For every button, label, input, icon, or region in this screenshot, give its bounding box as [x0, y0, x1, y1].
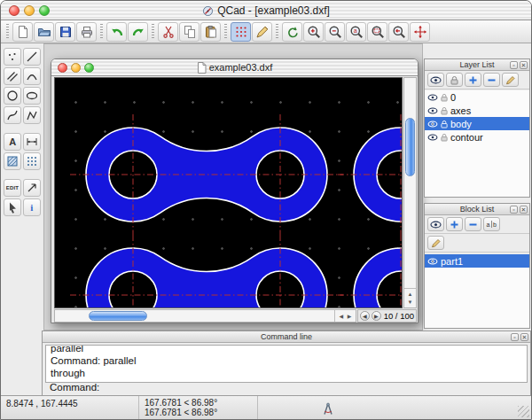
print-button[interactable] [76, 22, 97, 42]
block-list-toolbar-row2 [425, 234, 529, 253]
zoom-out-button[interactable] [325, 22, 345, 42]
zoom-window-button[interactable] [367, 22, 387, 42]
edit-block-button[interactable] [427, 236, 444, 250]
info-icon: i [26, 201, 38, 214]
window-resize-grip[interactable] [518, 406, 529, 417]
svg-text:a: a [353, 27, 356, 34]
splines-tool-button[interactable] [4, 106, 21, 124]
zoom-auto-button[interactable]: a [346, 22, 366, 42]
lock-icon[interactable] [441, 93, 448, 102]
vertical-scrollbar[interactable]: ▲ ▼ [403, 77, 417, 308]
scroll-right-arrow[interactable]: ▶ [348, 313, 352, 319]
next-page-button[interactable]: ▶ [372, 311, 381, 321]
toolbar-grip[interactable] [100, 24, 103, 39]
add-layer-button[interactable] [465, 73, 481, 87]
select-tool-button[interactable] [4, 198, 21, 216]
drawing-canvas[interactable] [54, 77, 403, 308]
new-button[interactable] [12, 22, 33, 42]
paste-button[interactable] [200, 22, 221, 42]
prev-page-button[interactable]: ◀ [360, 311, 370, 321]
close-panel-button[interactable]: ✕ [520, 333, 528, 341]
command-history[interactable]: parallel Command: parallel through [45, 345, 528, 383]
float-panel-button[interactable]: ▫ [510, 61, 518, 69]
block-list-caption[interactable]: Block List ▫ ✕ [425, 204, 529, 215]
window-titlebar[interactable]: QCad - [example03.dxf] [1, 1, 531, 20]
layer-row[interactable]: axes [425, 104, 529, 117]
redraw-button[interactable] [282, 22, 302, 42]
zoom-previous-button[interactable] [388, 22, 409, 42]
grid-toggle-button[interactable] [231, 22, 251, 42]
circles-tool-button[interactable] [4, 87, 21, 105]
toolbar-grip[interactable] [224, 24, 227, 39]
redo-button[interactable] [128, 22, 148, 42]
points-tool-button[interactable] [4, 48, 21, 66]
layer-row[interactable]: contour [425, 130, 529, 144]
cut-button[interactable] [158, 22, 178, 42]
remove-layer-button[interactable] [483, 73, 500, 87]
close-panel-button[interactable]: ✕ [520, 206, 528, 214]
edit-tool-button[interactable]: EDIT [4, 179, 21, 197]
info-tool-button[interactable]: i [23, 198, 41, 216]
arcs-tool-button[interactable] [23, 67, 41, 85]
drawing-window-titlebar[interactable]: example03.dxf [51, 59, 418, 76]
layer-row[interactable]: 0 [425, 90, 529, 104]
edit-layer-button[interactable] [502, 73, 519, 87]
toggle-block-visibility-button[interactable] [427, 217, 444, 231]
horizontal-scrollbar-thumb[interactable] [89, 311, 147, 321]
text-tool-button[interactable]: A [4, 133, 21, 151]
modify-tool-button[interactable] [23, 179, 41, 197]
child-minimize-button[interactable] [71, 63, 81, 73]
horizontal-scrollbar[interactable]: ◀ ▶ [54, 309, 356, 323]
add-block-button[interactable] [446, 217, 463, 231]
float-panel-button[interactable]: ▫ [511, 333, 519, 341]
caption-buttons: ▫ ✕ [510, 206, 528, 214]
parallels-tool-button[interactable] [4, 67, 21, 85]
zoom-out-icon [328, 25, 342, 39]
scroll-left-arrow[interactable]: ◀ [340, 313, 344, 319]
copy-button[interactable] [179, 22, 200, 42]
toolbar-grip[interactable] [276, 24, 278, 39]
drawing-window[interactable]: example03.dxf ▲ ▼ ◀ ▶ [51, 58, 419, 323]
child-zoom-button[interactable] [84, 63, 94, 73]
eye-icon[interactable] [427, 121, 438, 128]
hatch-tool-button[interactable] [4, 152, 21, 170]
pencil-icon [505, 75, 515, 85]
vertical-scrollbar-thumb[interactable] [405, 118, 415, 176]
rename-block-button[interactable]: a b [483, 217, 500, 231]
close-panel-button[interactable]: ✕ [520, 61, 528, 69]
lines-tool-button[interactable] [23, 48, 41, 66]
eye-icon[interactable] [427, 134, 438, 141]
eye-icon[interactable] [427, 258, 438, 265]
dimensions-tool-button[interactable] [23, 133, 41, 151]
snap-grid-tool-button[interactable] [23, 152, 41, 170]
eye-icon[interactable] [427, 107, 438, 114]
zoom-in-button[interactable] [303, 22, 324, 42]
layer-row[interactable]: body [425, 117, 529, 130]
open-button[interactable] [34, 22, 54, 42]
child-close-button[interactable] [58, 63, 67, 73]
remove-block-button[interactable] [465, 217, 481, 231]
toolbar-grip[interactable] [6, 24, 9, 39]
save-button[interactable] [55, 22, 75, 42]
lock-icon[interactable] [441, 106, 448, 115]
undo-button[interactable] [106, 22, 127, 42]
ellipses-tool-button[interactable] [23, 87, 41, 105]
pan-button[interactable] [410, 22, 430, 42]
scroll-up-arrow[interactable]: ▲ [408, 292, 413, 297]
polylines-tool-button[interactable] [23, 106, 41, 124]
layer-list-caption[interactable]: Layer List ▫ ✕ [425, 59, 529, 71]
draft-mode-button[interactable] [252, 22, 272, 42]
lock-icon[interactable] [441, 133, 448, 142]
eye-icon[interactable] [427, 94, 438, 101]
block-row[interactable]: part1 [425, 254, 529, 268]
lock-icon[interactable] [441, 120, 448, 128]
lock-layer-button[interactable] [446, 73, 463, 87]
command-input[interactable]: Command: [45, 382, 528, 395]
scroll-down-arrow[interactable]: ▼ [408, 299, 413, 305]
toggle-layer-visibility-button[interactable] [427, 73, 444, 87]
toolbar-grip[interactable] [152, 24, 154, 39]
float-panel-button[interactable]: ▫ [510, 206, 518, 214]
window-title-area: QCad - [example03.dxf] [1, 1, 531, 20]
command-line-caption[interactable]: Command line ▫ ✕ [43, 331, 530, 343]
drawing-svg[interactable] [55, 78, 402, 307]
